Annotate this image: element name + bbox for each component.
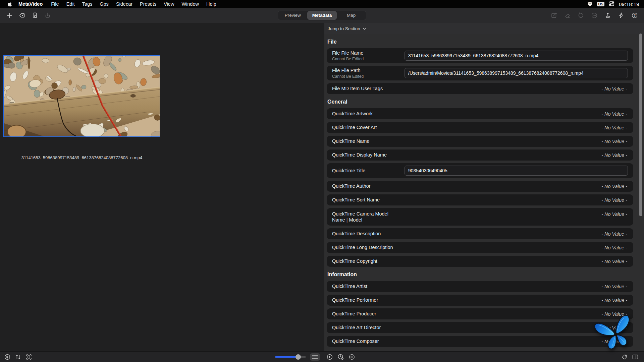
field-label: QuickTime Camera Model Name | Model xyxy=(332,211,401,223)
metadata-row: QuickTime Artwork- No Value - xyxy=(327,108,633,119)
metadata-row: QuickTime Sort Name- No Value - xyxy=(327,194,633,205)
metadata-row: QuickTime Display Name- No Value - xyxy=(327,149,633,161)
no-value-label: - No Value - xyxy=(601,197,628,203)
import-icon[interactable] xyxy=(44,12,51,19)
field-label: QuickTime Name xyxy=(332,138,369,144)
no-value-label: - No Value - xyxy=(601,111,628,117)
zoom-slider[interactable] xyxy=(275,352,306,362)
metadata-row: QuickTime Title xyxy=(327,163,633,178)
input-source-badge[interactable]: US xyxy=(597,2,604,6)
tag-icon[interactable] xyxy=(621,354,628,360)
tab-preview[interactable]: Preview xyxy=(278,11,307,20)
menu-clock[interactable]: 09:18:19 xyxy=(619,1,639,7)
cursor-circle-icon[interactable] xyxy=(4,354,11,360)
field-label: QuickTime Producer xyxy=(332,311,376,317)
sidebar-icon[interactable] xyxy=(632,354,639,360)
metadata-row: QuickTime Copyright- No Value - xyxy=(327,256,633,267)
no-value-label: - No Value - xyxy=(601,125,628,130)
section-title: File xyxy=(327,39,633,45)
field-sublabel: Cannot Be Edited xyxy=(332,57,405,61)
field-label: QuickTime Display Name xyxy=(332,152,387,158)
field-sublabel: Cannot Be Edited xyxy=(332,74,405,79)
metadata-panel: Jump to Section FileFile File NameCannot… xyxy=(324,23,644,351)
cursor-circle-icon[interactable] xyxy=(326,354,333,360)
field-label: QuickTime Author xyxy=(332,183,371,189)
toolbar-left-group xyxy=(6,8,51,23)
zoom-slider-knob[interactable] xyxy=(296,354,301,360)
menu-item-edit[interactable]: Edit xyxy=(63,1,78,7)
metadata-row: QuickTime Art Director- No Value - xyxy=(327,322,633,333)
field-label: QuickTime Title xyxy=(332,168,405,174)
field-label: QuickTime Long Description xyxy=(332,244,393,250)
menu-item-help[interactable]: Help xyxy=(203,1,220,7)
metadata-row: QuickTime Camera Model Name | Model- No … xyxy=(327,208,633,226)
field-value-input[interactable] xyxy=(405,68,628,78)
help-icon[interactable]: ? xyxy=(631,12,638,19)
field-value-input[interactable] xyxy=(405,51,628,61)
menu-item-view[interactable]: View xyxy=(160,1,178,7)
pushpin-icon[interactable] xyxy=(604,12,611,19)
menu-item-file[interactable]: File xyxy=(47,1,62,7)
butterfly-decoration xyxy=(594,315,637,353)
toolbar: PreviewMetadataMap xyxy=(0,8,644,23)
fit-frame-icon[interactable] xyxy=(25,354,32,360)
metadata-row: File File NameCannot Be Edited xyxy=(327,48,633,63)
toolbar-right-group: ? xyxy=(551,8,638,23)
no-value-label: - No Value - xyxy=(601,139,628,144)
field-label: QuickTime Artwork xyxy=(332,111,373,117)
panel-toggle-tools xyxy=(621,352,639,362)
emoji-status-icon[interactable] xyxy=(587,1,593,7)
metadata-row: QuickTime Description- No Value - xyxy=(327,228,633,239)
add-icon[interactable] xyxy=(6,12,13,19)
jump-to-section-menu[interactable]: Jump to Section xyxy=(324,23,644,34)
app-menu-title[interactable]: MetaVideo xyxy=(15,1,46,7)
menu-item-sidecar[interactable]: Sidecar xyxy=(112,1,136,7)
undo-icon[interactable] xyxy=(578,12,584,19)
eraser-icon[interactable] xyxy=(564,12,571,19)
menu-item-presets[interactable]: Presets xyxy=(136,1,160,7)
no-value-label: - No Value - xyxy=(601,86,628,92)
tab-metadata[interactable]: Metadata xyxy=(307,11,336,20)
list-view-icon[interactable] xyxy=(310,353,320,361)
clock-check-icon[interactable] xyxy=(337,354,344,360)
apple-menu-icon[interactable] xyxy=(7,1,12,7)
sort-arrows-icon[interactable] xyxy=(15,354,21,360)
zoom-slider-track[interactable] xyxy=(275,356,306,358)
more-ellipsis-icon[interactable] xyxy=(591,12,598,19)
field-value-input[interactable] xyxy=(405,166,628,176)
menu-item-tags[interactable]: Tags xyxy=(78,1,96,7)
chevron-down-icon xyxy=(363,27,366,30)
menu-item-gps[interactable]: Gps xyxy=(96,1,112,7)
metadata-row: QuickTime Name- No Value - xyxy=(327,136,633,147)
section-title: Information xyxy=(327,272,633,278)
field-label: File File Name xyxy=(332,50,405,56)
clear-x-icon[interactable] xyxy=(19,12,25,19)
menu-item-window[interactable]: Window xyxy=(178,1,203,7)
metadata-row: QuickTime Producer- No Value - xyxy=(327,308,633,319)
video-thumbnail[interactable] xyxy=(3,55,160,137)
metadata-footer-tools xyxy=(326,352,355,362)
tab-map[interactable]: Map xyxy=(337,11,366,20)
metadata-row: QuickTime Cover Art- No Value - xyxy=(327,122,633,133)
find-document-icon[interactable] xyxy=(32,12,38,19)
field-label: QuickTime Art Director xyxy=(332,324,381,330)
field-label: QuickTime Description xyxy=(332,231,381,237)
edit-icon[interactable] xyxy=(551,12,557,19)
thumbnail-filename: 31141653_598638997153489_661387682408877… xyxy=(3,155,160,160)
control-center-icon[interactable] xyxy=(609,1,614,7)
no-value-label: - No Value - xyxy=(601,231,628,237)
filter-circle-icon[interactable] xyxy=(348,354,355,360)
metadata-sections: FileFile File NameCannot Be EditedFile F… xyxy=(327,34,633,350)
field-label: File MD Item User Tags xyxy=(332,85,383,92)
field-label: QuickTime Copyright xyxy=(332,258,377,264)
metadata-row: QuickTime Long Description- No Value - xyxy=(327,242,633,253)
metadata-row: QuickTime Author- No Value - xyxy=(327,181,633,192)
bolt-icon[interactable] xyxy=(618,12,625,19)
metadata-row: QuickTime Artist- No Value - xyxy=(327,281,633,292)
bottom-left-tools xyxy=(4,352,32,362)
menu-bar: MetaVideo FileEditTagsGpsSidecarPresetsV… xyxy=(0,0,644,8)
jump-to-section-label: Jump to Section xyxy=(328,26,360,31)
scrollbar-thumb[interactable] xyxy=(639,34,642,216)
no-value-label: - No Value - xyxy=(601,212,628,217)
section-title: General xyxy=(327,99,633,105)
